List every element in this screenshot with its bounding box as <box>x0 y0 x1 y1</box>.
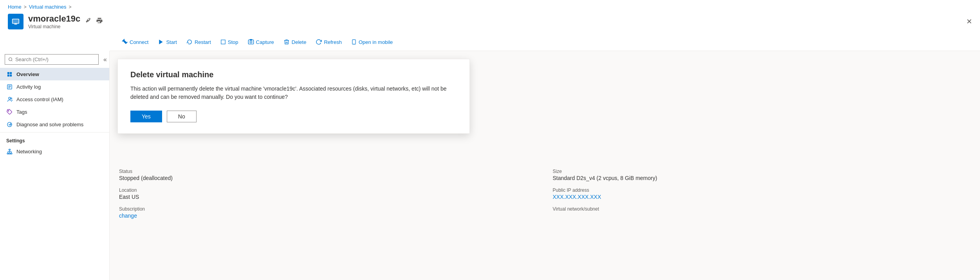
pin-button[interactable] <box>85 17 92 26</box>
stop-button[interactable]: Stop <box>217 37 242 47</box>
overview-icon <box>6 71 13 77</box>
svg-rect-16 <box>7 75 9 76</box>
svg-rect-17 <box>10 75 12 76</box>
status-label: Status <box>119 169 537 174</box>
location-item: Location East US <box>119 187 537 200</box>
svg-rect-2 <box>13 20 19 23</box>
breadcrumb-sep2: > <box>69 4 72 10</box>
details-grid: Status Stopped (deallocated) Size Standa… <box>119 169 971 219</box>
settings-section: Settings <box>0 132 109 145</box>
page-header: vmoracle19c Virtual machine ✕ <box>0 12 980 33</box>
svg-point-23 <box>11 98 12 99</box>
svg-rect-28 <box>9 153 10 154</box>
open-mobile-button[interactable]: Open in mobile <box>347 36 397 47</box>
subscription-change-link[interactable]: change <box>119 213 137 219</box>
iam-icon <box>6 96 13 102</box>
sidebar-item-tags[interactable]: Tags <box>0 105 109 118</box>
networking-label: Networking <box>16 149 42 155</box>
search-input[interactable] <box>15 56 95 62</box>
dialog-yes-button[interactable]: Yes <box>130 111 162 122</box>
svg-rect-10 <box>352 40 356 44</box>
svg-rect-27 <box>7 153 9 154</box>
page-header-left: vmoracle19c Virtual machine <box>8 14 103 29</box>
vm-name: vmoracle19c <box>28 14 80 24</box>
status-value: Stopped (deallocated) <box>119 175 537 181</box>
vm-icon <box>8 14 23 29</box>
networking-icon <box>6 148 13 155</box>
sidebar-item-diagnose[interactable]: Diagnose and solve problems <box>0 118 109 131</box>
header-icons <box>85 17 103 26</box>
sidebar-search-container <box>5 54 99 65</box>
diagnose-icon <box>6 121 13 127</box>
size-item: Size Standard D2s_v4 (2 vcpus, 8 GiB mem… <box>553 169 971 181</box>
toolbar: Connect Start Restart Stop Capture Delet… <box>110 33 980 51</box>
subscription-item: Subscription change <box>119 206 537 219</box>
status-item: Status Stopped (deallocated) <box>119 169 537 181</box>
svg-rect-26 <box>9 149 10 150</box>
svg-point-24 <box>8 110 9 111</box>
restart-button[interactable]: Restart <box>182 36 215 47</box>
vnet-item: Virtual network/subnet <box>553 206 971 219</box>
tags-icon <box>6 109 13 115</box>
vm-subtitle: Virtual machine <box>28 24 80 29</box>
sidebar-collapse-button[interactable]: « <box>103 56 107 63</box>
tags-label: Tags <box>16 109 27 115</box>
sidebar-item-networking[interactable]: Networking <box>0 145 109 158</box>
vnet-label: Virtual network/subnet <box>553 206 971 212</box>
svg-point-12 <box>9 58 12 61</box>
dialog-buttons: Yes No <box>130 111 457 122</box>
breadcrumb-vms[interactable]: Virtual machines <box>29 4 67 10</box>
sidebar-item-iam[interactable]: Access control (IAM) <box>0 93 109 105</box>
subscription-label: Subscription <box>119 206 537 212</box>
public-ip-item: Public IP address XXX.XXX.XXX.XXX <box>553 187 971 200</box>
sidebar-item-overview[interactable]: Overview <box>0 68 109 80</box>
delete-button[interactable]: Delete <box>280 36 310 47</box>
breadcrumb-home[interactable]: Home <box>8 4 22 10</box>
refresh-button[interactable]: Refresh <box>312 36 346 47</box>
dialog-title: Delete virtual machine <box>130 70 457 79</box>
svg-rect-15 <box>10 72 12 74</box>
iam-label: Access control (IAM) <box>16 96 63 102</box>
location-label: Location <box>119 187 537 193</box>
svg-rect-6 <box>221 40 226 44</box>
location-value: East US <box>119 194 537 200</box>
public-ip-value[interactable]: XXX.XXX.XXX.XXX <box>553 194 971 200</box>
dialog-body: This action will permanently delete the … <box>130 85 457 101</box>
capture-button[interactable]: Capture <box>244 36 278 47</box>
activity-log-label: Activity log <box>16 84 41 90</box>
delete-dialog: Delete virtual machine This action will … <box>117 59 470 134</box>
size-value: Standard D2s_v4 (2 vcpus, 8 GiB memory) <box>553 175 971 181</box>
svg-line-13 <box>11 60 12 61</box>
layout: « Overview Activity log Access control (… <box>0 51 980 280</box>
vm-title-group: vmoracle19c Virtual machine <box>28 14 80 29</box>
svg-marker-5 <box>159 40 163 44</box>
close-button[interactable]: ✕ <box>966 17 972 26</box>
connect-button[interactable]: Connect <box>117 36 152 47</box>
breadcrumb: Home > Virtual machines > <box>0 0 980 12</box>
breadcrumb-sep1: > <box>24 4 27 10</box>
overview-label: Overview <box>16 71 39 77</box>
subscription-value: change <box>119 213 537 219</box>
start-button[interactable]: Start <box>154 36 180 47</box>
diagnose-label: Diagnose and solve problems <box>16 122 83 127</box>
public-ip-label: Public IP address <box>553 187 971 193</box>
sidebar-item-activity-log[interactable]: Activity log <box>0 80 109 93</box>
sidebar: « Overview Activity log Access control (… <box>0 51 110 280</box>
svg-rect-29 <box>11 153 12 154</box>
dialog-no-button[interactable]: No <box>167 111 197 122</box>
size-label: Size <box>553 169 971 174</box>
main-content: Delete virtual machine This action will … <box>110 51 980 280</box>
svg-rect-14 <box>7 72 9 74</box>
search-icon <box>8 57 13 62</box>
svg-point-22 <box>9 97 11 99</box>
print-button[interactable] <box>96 17 103 26</box>
activity-log-icon <box>6 84 13 90</box>
svg-point-8 <box>250 41 252 43</box>
svg-rect-7 <box>248 40 253 44</box>
